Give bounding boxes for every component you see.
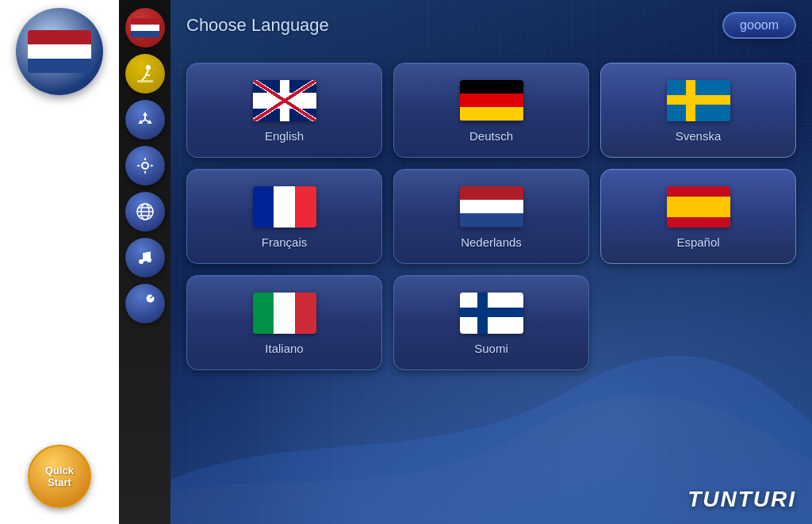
language-label-it: Italiano xyxy=(265,342,303,355)
sidebar-icon-settings[interactable] xyxy=(125,146,165,186)
svg-point-0 xyxy=(146,65,151,70)
language-label-fr: Français xyxy=(262,235,308,249)
sidebar-icon-wrench[interactable] xyxy=(125,284,165,323)
sidebar-icon-music[interactable] xyxy=(125,238,165,277)
svg-line-1 xyxy=(145,70,148,77)
page-title: Choose Language xyxy=(186,15,329,36)
svg-point-5 xyxy=(142,163,148,169)
tunturi-logo: TUNTURI xyxy=(688,487,796,512)
flag-es xyxy=(667,186,730,228)
language-label-es: Español xyxy=(676,235,719,249)
flag-fr xyxy=(253,186,316,228)
header-bar: Choose Language gooom xyxy=(170,0,812,47)
svg-point-12 xyxy=(147,258,151,262)
svg-rect-4 xyxy=(137,80,153,82)
sidebar-icon-globe[interactable] xyxy=(125,192,165,231)
language-button-es[interactable]: Español xyxy=(600,169,796,264)
language-label-de: Deutsch xyxy=(469,129,513,143)
language-button-sv[interactable]: Svenska xyxy=(600,63,796,158)
svg-line-2 xyxy=(142,77,145,80)
language-button-nl[interactable]: Nederlands xyxy=(393,169,589,264)
flag-nl xyxy=(460,186,523,228)
language-label-en: English xyxy=(265,129,304,143)
language-button-en[interactable]: English xyxy=(186,63,382,158)
current-flag-circle xyxy=(16,8,103,95)
flag-it xyxy=(253,293,316,334)
language-label-nl: Nederlands xyxy=(461,235,522,249)
sidebar-icon-flag[interactable] xyxy=(125,8,165,48)
language-label-fi: Suomi xyxy=(474,342,508,355)
language-button-fr[interactable]: Français xyxy=(186,169,382,264)
flag-se xyxy=(667,80,730,121)
svg-point-11 xyxy=(139,259,144,264)
language-label-sv: Svenska xyxy=(676,129,722,143)
language-button-de[interactable]: Deutsch xyxy=(393,63,589,158)
language-button-it[interactable]: Italiano xyxy=(186,275,382,370)
language-button-fi[interactable]: Suomi xyxy=(393,275,589,370)
language-grid: English Deutsch Svenska xyxy=(170,55,812,386)
sidebar-icon-treadmill[interactable] xyxy=(125,54,165,94)
flag-de xyxy=(460,80,523,121)
quick-start-button[interactable]: Quick Start xyxy=(28,445,91,508)
flag-fi xyxy=(460,293,523,334)
sidebar xyxy=(119,0,170,524)
user-badge: gooom xyxy=(722,12,796,39)
sidebar-icon-recycle[interactable] xyxy=(125,100,165,140)
main-content: Choose Language gooom English Deutsch xyxy=(170,0,812,524)
flag-uk xyxy=(253,80,316,121)
left-panel: Quick Start xyxy=(0,0,119,524)
svg-line-3 xyxy=(145,75,150,75)
